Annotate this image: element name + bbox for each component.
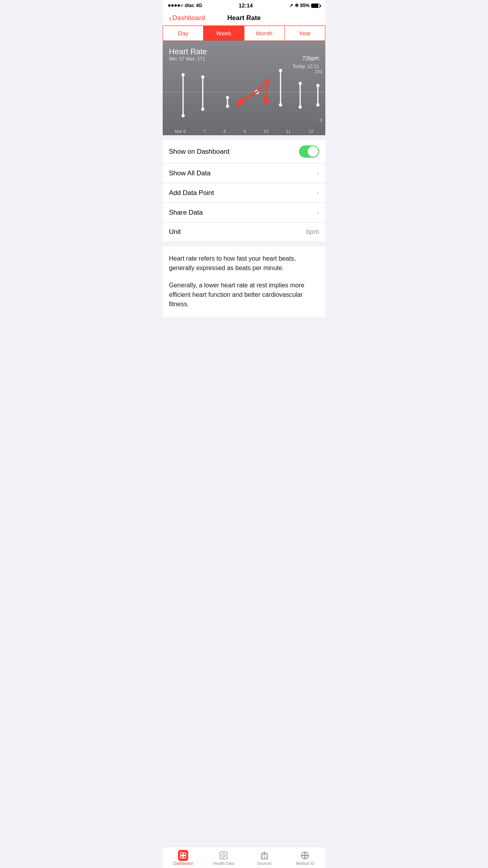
chevron-right-icon: › [317,208,319,217]
x-label-1: 7 [204,129,206,134]
x-label-6: 12 [308,129,313,134]
svg-point-19 [316,84,319,87]
settings-list: Show on Dashboard Show All Data › Add Da… [163,140,325,241]
x-label-3: 9 [244,129,246,134]
show-all-data-item[interactable]: Show All Data › [163,164,325,183]
battery-icon [311,4,320,8]
status-left: dtac 4G [168,3,202,8]
svg-point-5 [201,75,204,79]
svg-point-3 [182,114,185,118]
toggle-knob [308,146,318,157]
battery-percent: 85% [300,3,310,8]
x-label-2: 8 [224,129,226,134]
bluetooth-icon: ✻ [295,3,299,8]
tab-year[interactable]: Year [285,26,325,40]
svg-marker-22 [235,97,244,106]
chart-title: Heart Rate [169,47,207,56]
heart-rate-chart: Heart Rate Min: 57 Max: 171 72bpm Today,… [163,41,325,135]
status-bar: dtac 4G 12:14 ↗ ✻ 85% [163,0,325,11]
chart-x-labels: Mar 6 7 8 9 10 11 12 [163,129,325,134]
svg-point-6 [201,107,204,111]
nav-bar: ‹ Dashboard Heart Rate [163,11,325,26]
description-para1: Heart rate refers to how fast your heart… [169,254,319,273]
chart-bpm-value: 72bpm [292,47,319,64]
x-label-5: 11 [286,129,291,134]
show-dashboard-label: Show on Dashboard [169,148,229,156]
description-para2: Generally, a lower heart rate at rest im… [169,281,319,309]
status-right: ↗ ✻ 85% [289,3,320,8]
tab-day[interactable]: Day [163,26,204,40]
chevron-right-icon: › [317,169,319,177]
x-label-4: 10 [264,129,268,134]
page-title: Heart Rate [227,14,261,22]
add-data-point-label: Add Data Point [169,189,214,197]
share-data-item[interactable]: Share Data › [163,203,325,223]
chart-header: Heart Rate Min: 57 Max: 171 72bpm Today,… [169,47,319,69]
chart-title-right: 72bpm Today, 12:11 [292,47,319,69]
show-all-data-right: › [317,169,319,177]
network-label: 4G [196,3,202,8]
svg-point-2 [182,73,185,77]
add-data-point-right: › [317,189,319,197]
signal-dots [168,4,183,7]
show-dashboard-toggle[interactable] [299,145,319,158]
svg-point-20 [316,103,319,107]
unit-item: Unit bpm [163,223,325,241]
chart-svg-area [163,68,325,124]
chart-min-max: Min: 57 Max: 171 [169,56,207,62]
svg-point-9 [226,105,229,108]
bpm-unit: bpm [308,55,319,61]
tab-month[interactable]: Month [244,26,285,40]
back-chevron-icon: ‹ [169,14,172,22]
show-all-data-label: Show All Data [169,169,211,177]
time-label: 12:14 [238,2,253,9]
show-dashboard-item: Show on Dashboard [163,140,325,164]
unit-right: bpm [306,228,319,236]
svg-marker-25 [263,96,270,104]
back-button[interactable]: ‹ Dashboard [169,14,205,22]
share-data-right: › [317,208,319,217]
location-icon: ↗ [289,3,293,8]
add-data-point-item[interactable]: Add Data Point › [163,183,325,203]
period-tab-bar: Day Week Month Year [163,26,325,41]
x-label-0: Mar 6 [174,129,185,134]
svg-point-17 [299,105,302,109]
unit-value: bpm [306,228,319,236]
description-section: Heart rate refers to how fast your heart… [163,246,325,317]
back-label: Dashboard [172,14,205,22]
svg-point-16 [299,82,302,85]
share-data-label: Share Data [169,209,203,217]
chart-title-left: Heart Rate Min: 57 Max: 171 [169,47,207,62]
svg-point-14 [279,103,282,107]
svg-point-8 [226,96,229,99]
unit-label: Unit [169,228,181,236]
carrier-label: dtac [185,3,194,8]
tab-week[interactable]: Week [204,26,244,40]
svg-point-13 [279,69,282,72]
chart-svg [163,68,325,124]
chevron-right-icon: › [317,189,319,197]
